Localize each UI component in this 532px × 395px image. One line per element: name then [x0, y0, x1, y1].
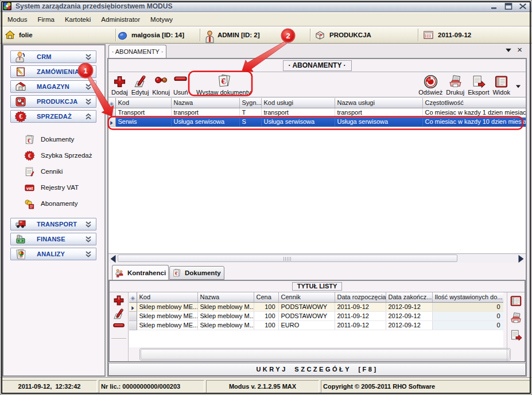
- menu-item-firma[interactable]: Firma: [33, 14, 60, 25]
- details-edit-button[interactable]: [112, 308, 125, 320]
- sidebar-item-szybka-sprzedaz[interactable]: €Szybka Sprzedaż: [10, 148, 96, 163]
- status-segment-3: Copyright © 2005-2011 RHO Software: [321, 380, 531, 393]
- cell-czestotliwosc: Co miesiac w kazdy 1 dzien miesiaca: [422, 108, 526, 117]
- toolbar-button-label: Usuń: [173, 89, 188, 96]
- column-header-czestotliwosc[interactable]: Częstotliwość: [422, 98, 526, 108]
- column-header-cena[interactable]: Cena: [254, 292, 278, 302]
- scroll-left-arrow-icon[interactable]: [110, 255, 117, 262]
- info-segment-company[interactable]: folie: [1, 27, 116, 43]
- scroll-right-arrow-icon[interactable]: [518, 255, 525, 262]
- toolbar-button-widok[interactable]: Widok: [491, 73, 512, 97]
- view-title: · ABONAMENTY ·: [283, 60, 352, 71]
- details-export-button[interactable]: [510, 329, 522, 342]
- sidebar-group-produkcja[interactable]: PRODUKCJA: [10, 95, 96, 108]
- cell-kod: Transport: [115, 108, 171, 117]
- maximize-button[interactable]: [504, 3, 512, 10]
- toolbar-button-odswiez[interactable]: Odśwież: [417, 73, 444, 97]
- info-segment-admin-user[interactable]: ADMIN [ID: 2]: [201, 27, 310, 43]
- remove-icon: [173, 75, 188, 88]
- details-tab-kontrahenci[interactable]: Kontrahenci: [112, 265, 169, 280]
- details-scrollbar-thumb[interactable]: [141, 349, 510, 359]
- cell-cena: 100: [254, 311, 278, 320]
- table-row[interactable]: TransporttransportTtransporttransportCo …: [108, 108, 526, 117]
- print-icon: [510, 312, 522, 324]
- column-header-nazwa-uslugi[interactable]: Nazwa usługi: [335, 98, 422, 108]
- table-row[interactable]: SerwisUsługa serwisowaSUsługa serwisowaU…: [108, 117, 526, 126]
- menu-item-kartoteki[interactable]: Kartoteki: [60, 14, 96, 25]
- sidebar-item-abonamenty[interactable]: Abonamenty: [10, 196, 96, 211]
- orders-icon: [15, 66, 26, 77]
- tab-close-icon[interactable]: ✕: [516, 46, 523, 53]
- column-header-data-rozpoczecia[interactable]: Data rozpoczęcia: [335, 292, 386, 302]
- column-header-kod[interactable]: Kod: [115, 98, 171, 108]
- details-add-button[interactable]: [112, 294, 125, 306]
- info-label-operator: malgosia [ID: 14]: [131, 32, 184, 38]
- column-header-ilosc-wystawionych-do[interactable]: Ilość wystawionych do...: [432, 292, 503, 302]
- svg-text:€: €: [19, 113, 22, 120]
- minimize-button[interactable]: [490, 3, 498, 10]
- hide-details-button[interactable]: UKRYJ SZCZEGÓŁY [F8]: [108, 363, 526, 376]
- toolbar-button-dodaj[interactable]: Dodaj: [110, 73, 130, 97]
- main-panel: · ABONAMENTY · ✕ · ABONAMENTY · DodajEdy…: [107, 44, 527, 377]
- sidebar-group-transport[interactable]: TRANSPORT: [10, 218, 96, 230]
- sidebar-group-analizy[interactable]: ANALIZY: [10, 248, 96, 260]
- toolbar-button-label: Odśwież: [418, 89, 442, 96]
- cell-cennik: PODSTAWOWY: [278, 302, 335, 311]
- toolbar-button-wystaw-dokumenty[interactable]: €Wystaw dokumenty: [193, 73, 254, 97]
- row-marker-cell: [108, 117, 115, 126]
- sidebar-group-crm[interactable]: CRM: [10, 50, 96, 63]
- toolbar-button-usun[interactable]: Usuń: [172, 73, 190, 97]
- menu-item-modus[interactable]: Modus: [2, 14, 33, 25]
- cell-sygn: T: [239, 108, 261, 117]
- sidebar-group-finanse[interactable]: FINANSE: [10, 233, 96, 245]
- cell-data-rozpoczecia: 2011-09-12: [335, 311, 386, 320]
- table-row[interactable]: Sklep meblowy ME...Sklep meblowy M...100…: [129, 311, 503, 320]
- details-remove-button[interactable]: [112, 322, 125, 334]
- table-row[interactable]: Sklep meblowy ME...Sklep meblowy M...100…: [129, 320, 503, 330]
- toolbar-overflow-caret-icon[interactable]: [515, 83, 521, 88]
- info-segment-operator[interactable]: malgosia [ID: 14]: [117, 27, 200, 43]
- horizontal-scrollbar[interactable]: [108, 253, 526, 263]
- column-header-sygn[interactable]: Sygn...: [239, 98, 261, 108]
- details-view-button[interactable]: [510, 295, 522, 307]
- info-segment-department[interactable]: PRODUKCJA: [311, 27, 418, 43]
- tab-abonamenty[interactable]: · ABONAMENTY ·: [108, 45, 166, 58]
- toolbar-button-klonuj[interactable]: Klonuj: [150, 73, 172, 97]
- vat-icon: vat: [24, 182, 35, 193]
- details-tab-dokumenty[interactable]: €Dokumenty: [169, 266, 224, 280]
- column-header-data-zakoncz[interactable]: Data zakończ...: [386, 292, 432, 302]
- sidebar-item-cenniki[interactable]: Cenniki: [10, 164, 96, 179]
- info-segment-work-date[interactable]: 2011-09-12: [419, 27, 531, 43]
- column-header-nazwa[interactable]: Nazwa: [171, 98, 239, 108]
- window-title: System zarządzania przedsiębiorstwem MOD…: [15, 2, 172, 10]
- close-button[interactable]: [519, 3, 527, 10]
- view-icon: [510, 295, 522, 307]
- toolbar-button-edytuj[interactable]: Edytuj: [130, 73, 151, 97]
- details-horizontal-scrollbar[interactable]: [139, 348, 511, 361]
- cell-cena: 100: [254, 302, 278, 311]
- cell-sygn: S: [239, 117, 261, 126]
- menu-item-motywy[interactable]: Motywy: [145, 14, 178, 25]
- scrollbar-thumb[interactable]: [118, 255, 457, 262]
- tab-list-caret-icon[interactable]: [505, 48, 512, 53]
- minimize-icon: [490, 3, 498, 10]
- row-marker-cell: [129, 311, 137, 320]
- sidebar-item-rejestry-vat[interactable]: vatRejestry VAT: [10, 180, 96, 195]
- sidebar-item-dokumenty[interactable]: €Dokumenty: [10, 132, 96, 147]
- toolbar-button-eksport[interactable]: Eksport: [466, 73, 491, 97]
- column-header-cennik[interactable]: Cennik: [278, 292, 335, 302]
- sidebar-group-zamowienia[interactable]: ZAMÓWIENIA: [10, 65, 96, 78]
- cell-nazwa: Sklep meblowy M...: [197, 302, 254, 311]
- column-header-nazwa[interactable]: Nazwa: [197, 292, 254, 302]
- details-print-button[interactable]: [510, 312, 522, 324]
- toolbar-button-drukuj[interactable]: Drukuj: [444, 73, 466, 97]
- details-list-title: TYTUŁ LISTY: [292, 282, 343, 291]
- table-row[interactable]: Sklep meblowy ME...Sklep meblowy M...100…: [129, 302, 503, 311]
- svg-text:€: €: [28, 137, 31, 143]
- column-header-kod[interactable]: Kod: [137, 292, 197, 302]
- sidebar-group-magazyn[interactable]: MAGAZYN: [10, 80, 96, 93]
- column-header-kod-uslugi[interactable]: Kod usługi: [261, 98, 335, 108]
- menu-item-administrator[interactable]: Administrator: [96, 14, 145, 25]
- add-icon: [112, 294, 125, 307]
- sidebar-group-sprzedaz[interactable]: €SPRZEDAŻ: [10, 110, 96, 123]
